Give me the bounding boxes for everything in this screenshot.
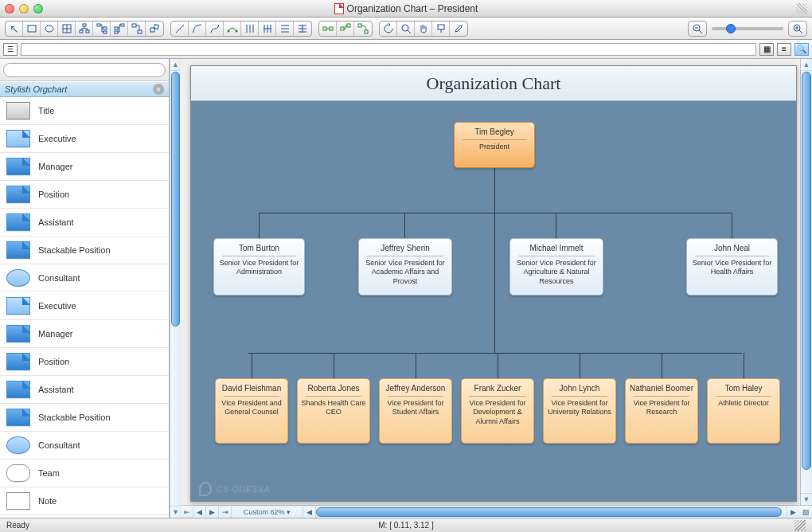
page-first-icon[interactable]: ⇤	[181, 507, 193, 518]
refresh-button[interactable]	[380, 22, 397, 36]
shape-item[interactable]: Assistant	[0, 376, 169, 404]
scroll-up-icon[interactable]: ▲	[170, 59, 181, 71]
org-node-level2[interactable]: Michael ImmeltSenior Vice President for …	[509, 238, 603, 295]
zoom-track[interactable]	[712, 27, 783, 30]
scroll-left-icon[interactable]: ◀	[303, 507, 316, 518]
apply-button[interactable]	[432, 22, 450, 36]
shape-item[interactable]: Stackable Position	[0, 237, 169, 264]
category-close-icon[interactable]: ×	[153, 84, 164, 95]
page-next-icon[interactable]: ▶	[206, 507, 219, 518]
shape-item[interactable]: Manager	[0, 320, 169, 348]
page-last-icon[interactable]: ⇥	[219, 507, 232, 518]
zoom-out-button[interactable]	[689, 22, 706, 36]
canvas-area[interactable]: Organization Chart Tim Begley President	[181, 59, 800, 505]
org-node-level2[interactable]: Tom BurtonSenior Vice President for Admi…	[213, 238, 305, 295]
org-node-level3[interactable]: Jeffrey AndersonVice President for Stude…	[379, 378, 452, 444]
line-tool-button[interactable]	[171, 22, 189, 36]
org-node-level2[interactable]: Jeffrey SherinSenior Vice President for …	[358, 238, 452, 295]
connector-line	[259, 213, 732, 213]
h-scroll-thumb[interactable]	[316, 507, 782, 517]
svg-rect-15	[138, 30, 142, 33]
zoom-level-dropdown[interactable]: Custom 62% ▾	[232, 507, 303, 518]
zoom-thumb[interactable]	[726, 24, 736, 33]
canvas-scroll-thumb-v[interactable]	[802, 72, 811, 470]
spline-tool-button[interactable]	[224, 22, 241, 36]
org-node-level3[interactable]: Roberta JonesShands Health Care CEO	[297, 378, 370, 444]
svg-point-1	[45, 25, 53, 32]
connector-line	[334, 353, 334, 378]
org-node-level3[interactable]: Tom HaleyAthletic Director	[707, 378, 780, 444]
secondary-toolbar: ☰ ▦ ≡ 🔍	[0, 40, 812, 59]
shape-item[interactable]: Executive	[0, 125, 169, 153]
svg-line-18	[176, 25, 184, 33]
shape-item-label: Assistant	[38, 217, 74, 227]
org-node-level3[interactable]: John LynchVice President for University …	[543, 378, 616, 444]
swap-tool-button[interactable]	[128, 22, 146, 36]
shape-item[interactable]: Team	[0, 460, 169, 487]
eyedropper-button[interactable]	[450, 22, 467, 36]
org-node-level3[interactable]: Nathaniel BoomerVice President for Resea…	[625, 378, 698, 444]
minimize-icon[interactable]	[19, 4, 29, 14]
node-role: Senior Vice President for Administration	[217, 259, 301, 277]
search-toggle-button[interactable]: 🔍	[794, 43, 809, 56]
arc-tool-button[interactable]	[189, 22, 206, 36]
org-node-level2[interactable]: John NealSenior Vice President for Healt…	[686, 238, 778, 295]
shape-item[interactable]: Executive	[0, 292, 169, 320]
connector1-button[interactable]	[241, 22, 259, 36]
sidebar-search-input[interactable]	[3, 63, 166, 77]
shape-swatch-icon	[6, 297, 30, 315]
connector3-button[interactable]	[276, 22, 294, 36]
scroll-down-icon[interactable]: ▼	[801, 493, 812, 505]
scroll-down-icon[interactable]: ▼	[170, 506, 181, 518]
org-node-root[interactable]: Tim Begley President	[454, 122, 535, 168]
canvas-scrollbar-h[interactable]: ⇤ ◀ ▶ ⇥ Custom 62% ▾ ◀ ▶ ▨	[181, 505, 812, 518]
h-scroll-track[interactable]	[316, 507, 787, 518]
rotate-tool-button[interactable]	[146, 22, 163, 36]
org-node-level3[interactable]: David FleishmanVice President and Genera…	[215, 378, 288, 444]
table-tool-button[interactable]	[58, 22, 76, 36]
shape-item[interactable]: Title	[0, 97, 169, 125]
outline-input[interactable]	[21, 43, 756, 56]
list-view-icon[interactable]: ≡	[777, 43, 791, 56]
side-connector-1-button[interactable]	[319, 22, 337, 36]
shape-item[interactable]: Stackable Position	[0, 404, 169, 432]
scroll-up-icon[interactable]: ▲	[801, 59, 812, 71]
category-header[interactable]: Stylish Orgchart ×	[0, 81, 169, 97]
sidebar-scrollbar[interactable]: ▲ ▼	[170, 59, 181, 518]
close-icon[interactable]	[5, 4, 14, 14]
org-node-level3[interactable]: Frank ZuckerVice President for Developme…	[461, 378, 534, 444]
shape-item-label: Consultant	[38, 440, 80, 450]
connector-line	[494, 186, 495, 353]
diagram-page[interactable]: Organization Chart Tim Begley President	[190, 65, 797, 502]
zoom-button[interactable]	[397, 22, 415, 36]
shape-item[interactable]: Assistant	[0, 209, 169, 237]
shape-item[interactable]: Manager	[0, 153, 169, 181]
page-prev-icon[interactable]: ◀	[193, 507, 206, 518]
watermark-text: CS ODESSA	[217, 485, 270, 494]
shape-item[interactable]: Position	[0, 348, 169, 376]
hand-button[interactable]	[415, 22, 432, 36]
side-connector-2-button[interactable]	[337, 22, 354, 36]
curve-tool-button[interactable]	[206, 22, 224, 36]
side-connector-3-button[interactable]	[354, 22, 372, 36]
tree2-tool-button[interactable]	[93, 22, 111, 36]
shape-item[interactable]: Consultant	[0, 264, 169, 292]
resize-grip-icon[interactable]	[794, 520, 806, 531]
zoom-in-button[interactable]	[789, 22, 806, 36]
zoom-icon[interactable]	[33, 4, 43, 14]
shape-item[interactable]: Position	[0, 181, 169, 209]
ellipse-tool-button[interactable]	[41, 22, 58, 36]
scroll-right-icon[interactable]: ▶	[787, 507, 799, 518]
tree1-tool-button[interactable]	[76, 22, 93, 36]
canvas-scrollbar-v[interactable]: ▲ ▼	[800, 59, 812, 505]
shape-item[interactable]: Note	[0, 487, 169, 515]
rect-tool-button[interactable]	[23, 22, 41, 36]
grid-view-icon[interactable]: ▦	[759, 43, 774, 56]
connector2-button[interactable]	[259, 22, 276, 36]
sidebar-scroll-thumb[interactable]	[171, 72, 180, 327]
tree-view-button[interactable]: ☰	[3, 43, 18, 56]
pointer-tool-button[interactable]: ↖	[6, 22, 23, 36]
tree3-tool-button[interactable]	[111, 22, 128, 36]
connector4-button[interactable]	[294, 22, 311, 36]
shape-item[interactable]: Consultant	[0, 432, 169, 460]
